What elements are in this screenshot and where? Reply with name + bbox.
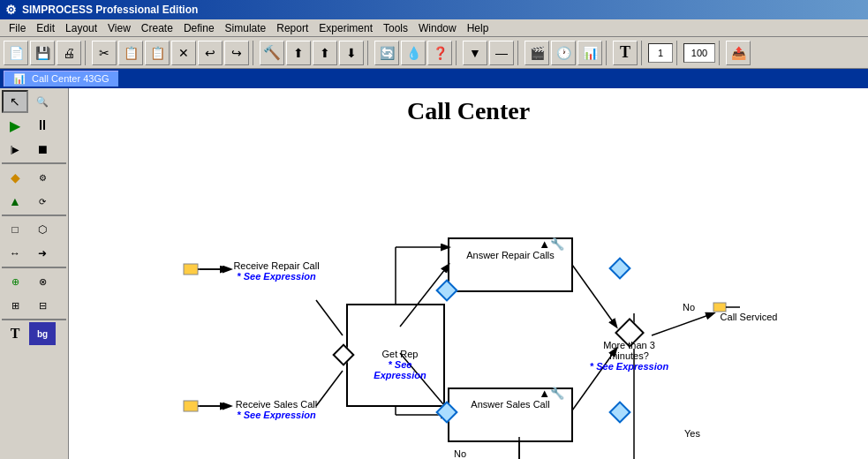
doc-tab-label: Call Center 43GG (32, 73, 109, 84)
diamond-tool[interactable]: ◆ (2, 166, 28, 189)
tool-row-7: ↔ ➜ (2, 242, 66, 265)
redo-button[interactable]: ↪ (224, 41, 249, 65)
drop-button[interactable]: 💧 (401, 41, 426, 65)
play-tool[interactable]: ▶ (2, 114, 28, 137)
doc-tab-bar: 📊 Call Center 43GG (0, 69, 868, 88)
dash-button[interactable]: — (489, 41, 514, 65)
up2-button[interactable]: ⬆ (313, 41, 337, 65)
toolbar: 📄 💾 🖨 ✂ 📋 📋 ✕ ↩ ↪ 🔨 ⬆ ⬆ ⬇ 🔄 💧 ❓ ▼ — 🎬 🕐 … (0, 37, 868, 69)
cut-button[interactable]: ✂ (92, 41, 117, 65)
chart-button[interactable]: 📊 (577, 41, 602, 65)
save-button[interactable]: 💾 (30, 41, 55, 65)
svg-rect-23 (184, 401, 198, 411)
receive-repair-expr[interactable]: * See Expression (237, 271, 315, 282)
menu-layout[interactable]: Layout (60, 20, 102, 36)
svg-line-1 (316, 300, 343, 335)
text-tool[interactable]: T (2, 322, 28, 345)
menu-experiment[interactable]: Experiment (313, 20, 378, 36)
undo-button[interactable]: ↩ (198, 41, 223, 65)
zoom-input[interactable] (683, 43, 715, 63)
menu-help[interactable]: Help (462, 20, 494, 36)
new-button[interactable]: 📄 (4, 41, 28, 65)
tool-row-6: □ ⬡ (2, 218, 66, 241)
node-d-tool[interactable]: ⊟ (29, 294, 56, 317)
copy-button[interactable]: 📋 (118, 41, 143, 65)
pause-tool[interactable]: ⏸ (29, 114, 56, 137)
toolbar-sep-9 (719, 41, 722, 65)
menu-define[interactable]: Define (178, 20, 220, 36)
tool-sep-2 (2, 214, 66, 216)
menu-view[interactable]: View (102, 20, 136, 36)
toolbar-sep-2 (253, 41, 256, 65)
toolbar-sep-7 (641, 41, 645, 65)
filter-button[interactable]: ▼ (463, 41, 487, 65)
answer-repair-connector-right (608, 257, 630, 279)
receive-repair-label: Receive Repair Call * See Expression (232, 260, 321, 282)
tool-row-2: ▶ ⏸ (2, 114, 66, 137)
menu-edit[interactable]: Edit (31, 20, 60, 36)
tool-row-4: ◆ ⚙ (2, 166, 66, 189)
no-label-2: No (454, 448, 466, 459)
menu-create[interactable]: Create (136, 20, 178, 36)
triangle-tool[interactable]: ▲ (2, 190, 28, 213)
hammer-button[interactable]: 🔨 (260, 41, 284, 65)
step-tool[interactable]: |▶ (2, 138, 28, 161)
doc-tab-icon: 📊 (13, 73, 26, 84)
paste-button[interactable]: 📋 (145, 41, 170, 65)
menu-simulate[interactable]: Simulate (220, 20, 272, 36)
tool-sep-1 (2, 162, 66, 164)
tool-row-1: ↖ 🔍 (2, 90, 66, 113)
tool-row-3: |▶ ⏹ (2, 138, 66, 161)
call-serviced-label: Call Serviced (713, 312, 784, 322)
page-number-input[interactable] (648, 43, 673, 63)
menu-tools[interactable]: Tools (378, 20, 413, 36)
animate-button[interactable]: 🎬 (525, 41, 549, 65)
text-button[interactable]: T (613, 41, 638, 65)
toolbar-sep-3 (367, 41, 371, 65)
receive-sales-label: Receive Sales Call * See Expression (232, 399, 321, 420)
toolbar-sep-4 (456, 41, 459, 65)
toolbar-sep-5 (517, 41, 521, 65)
circle-tool[interactable]: ⚙ (29, 166, 56, 189)
connect-tool[interactable]: ↔ (2, 242, 28, 265)
help-button[interactable]: ❓ (427, 41, 452, 65)
toolbar-sep-6 (606, 41, 609, 65)
toolbar-sep-1 (85, 41, 88, 65)
clock-button[interactable]: 🕐 (551, 41, 576, 65)
receive-sales-expr[interactable]: * See Expression (237, 410, 315, 420)
tool-row-8: ⊕ ⊗ (2, 270, 66, 293)
menu-window[interactable]: Window (413, 20, 462, 36)
svg-rect-21 (184, 264, 198, 275)
arrow-tool[interactable]: ➜ (29, 242, 56, 265)
doc-tab[interactable]: 📊 Call Center 43GG (4, 71, 118, 87)
menu-report[interactable]: Report (271, 20, 313, 36)
hex-tool[interactable]: ⬡ (29, 218, 56, 241)
process-tool[interactable]: □ (2, 218, 28, 241)
canvas[interactable]: Call Center (69, 88, 868, 459)
export-button[interactable]: 📤 (726, 41, 751, 65)
get-rep-label: Get Rep * See Expression (365, 349, 435, 380)
node-b-tool[interactable]: ⊗ (29, 270, 56, 293)
up1-button[interactable]: ⬆ (286, 41, 311, 65)
refresh-button[interactable]: 🔄 (374, 41, 399, 65)
no-label-1: No (683, 302, 695, 312)
diagram-title: Call Center (407, 97, 530, 125)
triangle2-tool[interactable]: ⟳ (29, 190, 56, 213)
app-icon: ⚙ (5, 3, 17, 17)
down-button[interactable]: ⬇ (339, 41, 364, 65)
tool-row-5: ▲ ⟳ (2, 190, 66, 213)
bg-tool[interactable]: bg (29, 322, 56, 345)
answer-repair-label: ▲🔧 Answer Repair Calls (453, 250, 568, 260)
node-c-tool[interactable]: ⊞ (2, 294, 28, 317)
print-button[interactable]: 🖨 (57, 41, 81, 65)
delete-button[interactable]: ✕ (171, 41, 196, 65)
node-a-tool[interactable]: ⊕ (2, 270, 28, 293)
select-tool[interactable]: ↖ (2, 90, 28, 113)
more-than-3-expr[interactable]: * See Expression (590, 361, 668, 372)
toolbox: ↖ 🔍 ▶ ⏸ |▶ ⏹ ◆ ⚙ ▲ ⟳ □ ⬡ ↔ ➜ (0, 88, 69, 459)
menu-file[interactable]: File (4, 20, 31, 36)
svg-line-8 (652, 313, 713, 335)
get-rep-expr[interactable]: * See Expression (374, 359, 426, 380)
zoom-tool[interactable]: 🔍 (29, 90, 56, 113)
stop-tool[interactable]: ⏹ (29, 138, 56, 161)
